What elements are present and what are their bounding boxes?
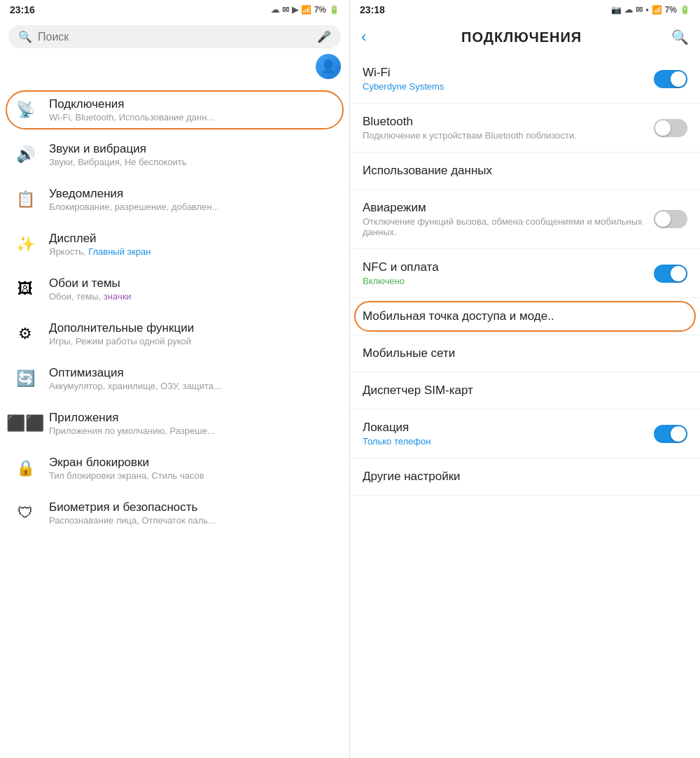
menu-item-advanced[interactable]: ⚙Дополнительные функцииИгры, Режим работ… <box>0 311 349 356</box>
bluetooth-subtitle: Подключение к устройствам Bluetooth побл… <box>363 130 654 141</box>
biometrics-title: Биометрия и безопасность <box>49 500 338 514</box>
lockscreen-subtitle: Тип блокировки экрана, Стиль часов <box>49 470 338 481</box>
settings-item-other[interactable]: Другие настройки <box>350 458 700 496</box>
notifications-icon: 📋 <box>11 185 39 213</box>
menu-item-notifications[interactable]: 📋УведомленияБлокирование, разрешение, до… <box>0 177 349 222</box>
settings-item-wifi[interactable]: Wi-FiCyberdyne Systems <box>350 55 700 104</box>
airplane-toggle[interactable] <box>654 210 687 228</box>
wifi-left: Wi-FiCyberdyne Systems <box>363 66 654 92</box>
sim_manager-title: Диспетчер SIM-карт <box>363 384 687 398</box>
location-title: Локация <box>363 421 654 435</box>
menu-list: 📡ПодключенияWi-Fi, Bluetooth, Использова… <box>0 85 349 758</box>
search-bar[interactable]: 🔍 🎤 <box>8 25 341 48</box>
status-bar-left: 23:16 ☁ ✉ ▶ 📶 7% 🔋 <box>0 0 349 20</box>
settings-item-mobile_networks[interactable]: Мобильные сети <box>350 335 700 372</box>
display-text: ДисплейЯркость, Главный экран <box>49 232 338 257</box>
hotspot-title: Мобильная точка доступа и моде.. <box>363 309 687 323</box>
connections-text: ПодключенияWi-Fi, Bluetooth, Использован… <box>49 97 338 122</box>
nfc-title: NFC и оплата <box>363 260 654 274</box>
settings-item-sim_manager[interactable]: Диспетчер SIM-карт <box>350 372 700 409</box>
settings-item-airplane[interactable]: АвиарежимОтключение функций вызова, обме… <box>350 190 700 249</box>
camera-icon: 📷 <box>611 5 622 15</box>
menu-item-optimization[interactable]: 🔄ОптимизацияАккумулятор, хранилище, ОЗУ,… <box>0 356 349 401</box>
nfc-toggle-knob <box>671 266 686 281</box>
battery-icon-right: 🔋 <box>680 5 690 15</box>
wallpaper-subtitle: Обои, темы, значки <box>49 291 338 302</box>
battery-text-left: 7% <box>314 5 326 15</box>
location-toggle[interactable] <box>654 425 687 443</box>
menu-item-wallpaper[interactable]: 🖼Обои и темыОбои, темы, значки <box>0 267 349 311</box>
wifi-icon-left: 📶 <box>301 5 312 15</box>
advanced-subtitle: Игры, Режим работы одной рукой <box>49 336 338 346</box>
nfc-left: NFC и оплатаВключено <box>363 260 654 286</box>
bluetooth-left: BluetoothПодключение к устройствам Bluet… <box>363 115 654 141</box>
connections-icon: 📡 <box>11 96 39 124</box>
bluetooth-toggle[interactable] <box>654 119 687 137</box>
mic-icon[interactable]: 🎤 <box>317 30 331 43</box>
settings-item-data_usage[interactable]: Использование данных <box>350 153 700 190</box>
biometrics-text: Биометрия и безопасностьРаспознавание ли… <box>49 500 338 526</box>
airplane-title: Авиарежим <box>363 201 654 215</box>
search-button-right[interactable]: 🔍 <box>671 29 689 45</box>
menu-item-connections[interactable]: 📡ПодключенияWi-Fi, Bluetooth, Использова… <box>0 87 349 132</box>
apps-text: ПриложенияПриложения по умолчанию, Разре… <box>49 411 338 436</box>
apps-subtitle: Приложения по умолчанию, Разреше... <box>49 426 338 436</box>
wallpaper-title: Обои и темы <box>49 276 338 290</box>
left-panel: 23:16 ☁ ✉ ▶ 📶 7% 🔋 🔍 🎤 👤 📡ПодключенияWi-… <box>0 0 350 758</box>
menu-item-lockscreen[interactable]: 🔒Экран блокировкиТип блокировки экрана, … <box>0 446 349 491</box>
optimization-title: Оптимизация <box>49 366 338 380</box>
avatar-face: 👤 <box>321 59 336 74</box>
menu-item-display[interactable]: ✨ДисплейЯркость, Главный экран <box>0 222 349 267</box>
optimization-subtitle: Аккумулятор, хранилище, ОЗУ, защита... <box>49 381 338 391</box>
advanced-text: Дополнительные функцииИгры, Режим работы… <box>49 321 338 346</box>
settings-list: Wi-FiCyberdyne SystemsBluetoothПодключен… <box>350 55 700 758</box>
back-button[interactable]: ‹ <box>356 25 372 49</box>
settings-item-location[interactable]: ЛокацияТолько телефон <box>350 409 700 458</box>
lockscreen-title: Экран блокировки <box>49 456 338 470</box>
mail-icon: ✉ <box>282 5 289 15</box>
settings-item-bluetooth[interactable]: BluetoothПодключение к устройствам Bluet… <box>350 104 700 153</box>
menu-item-apps[interactable]: ⬛⬛ПриложенияПриложения по умолчанию, Раз… <box>0 401 349 446</box>
bluetooth-toggle-knob <box>655 120 671 136</box>
wifi-icon-right: 📶 <box>652 5 662 15</box>
avatar-icon[interactable]: 👤 <box>316 54 341 79</box>
wifi-subtitle: Cyberdyne Systems <box>363 81 654 92</box>
other-left: Другие настройки <box>363 470 687 484</box>
connections-subtitle: Wi-Fi, Bluetooth, Использование данн... <box>49 112 338 122</box>
wifi-title: Wi-Fi <box>363 66 654 80</box>
biometrics-icon: 🛡 <box>11 499 39 527</box>
optimization-text: ОптимизацияАккумулятор, хранилище, ОЗУ, … <box>49 366 338 391</box>
wifi-toggle-knob <box>671 71 686 87</box>
settings-item-hotspot[interactable]: Мобильная точка доступа и моде.. <box>350 298 700 335</box>
connections-title: Подключения <box>49 97 338 111</box>
battery-icon-left: 🔋 <box>329 5 340 15</box>
settings-item-nfc[interactable]: NFC и оплатаВключено <box>350 249 700 298</box>
search-input[interactable] <box>38 31 312 43</box>
menu-item-biometrics[interactable]: 🛡Биометрия и безопасностьРаспознавание л… <box>0 491 349 535</box>
menu-item-sounds[interactable]: 🔊Звуки и вибрацияЗвуки, Вибрация, Не бес… <box>0 132 349 177</box>
wallpaper-text: Обои и темыОбои, темы, значки <box>49 276 338 302</box>
right-panel: 23:18 📷 ☁ ✉ • 📶 7% 🔋 ‹ ПОДКЛЮЧЕНИЯ 🔍 Wi-… <box>350 0 700 758</box>
sounds-text: Звуки и вибрацияЗвуки, Вибрация, Не бесп… <box>49 142 338 167</box>
mobile_networks-title: Мобильные сети <box>363 346 687 360</box>
apps-title: Приложения <box>49 411 338 425</box>
status-bar-right: 23:18 📷 ☁ ✉ • 📶 7% 🔋 <box>350 0 700 20</box>
play-icon: ▶ <box>292 5 298 15</box>
data_usage-left: Использование данных <box>363 164 687 178</box>
lockscreen-icon: 🔒 <box>11 454 39 482</box>
nfc-toggle[interactable] <box>654 265 687 283</box>
battery-text-right: 7% <box>665 5 677 15</box>
status-icons-right: 📷 ☁ ✉ • 📶 7% 🔋 <box>611 5 690 15</box>
apps-icon: ⬛⬛ <box>11 409 39 437</box>
display-icon: ✨ <box>11 230 39 258</box>
top-bar: ‹ ПОДКЛЮЧЕНИЯ 🔍 <box>350 20 700 55</box>
notifications-subtitle: Блокирование, разрешение, добавлен... <box>49 202 338 212</box>
wifi-toggle[interactable] <box>654 70 687 88</box>
display-title: Дисплей <box>49 232 338 246</box>
optimization-icon: 🔄 <box>11 365 39 393</box>
nfc-subtitle: Включено <box>363 276 654 286</box>
time-left: 23:16 <box>10 4 35 15</box>
biometrics-subtitle: Распознавание лица, Отпечаток паль... <box>49 515 338 526</box>
cloud-icon: ☁ <box>271 5 279 15</box>
mail-icon-right: ✉ <box>636 5 643 15</box>
